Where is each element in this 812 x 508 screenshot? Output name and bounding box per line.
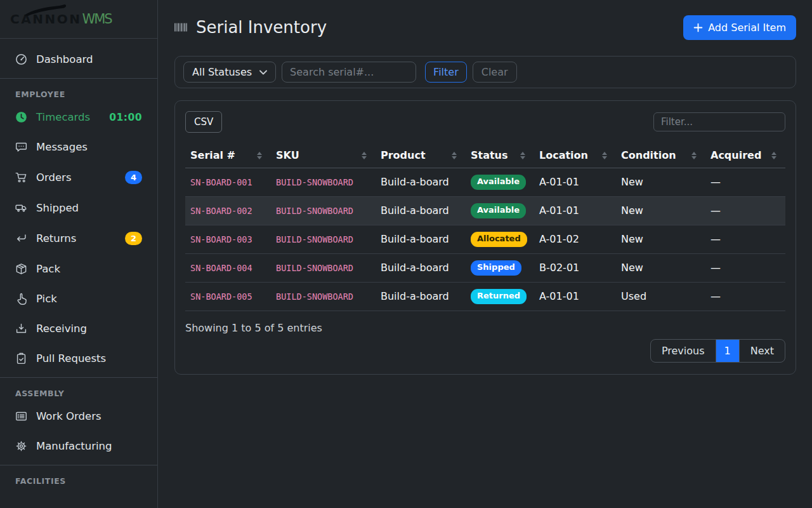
sort-icon[interactable] [362,152,367,159]
status-badge: Available [471,175,526,190]
cannon-icon [23,4,72,16]
cell-status: Available [466,168,534,197]
sidebar-item-pack[interactable]: Pack [0,254,157,284]
sidebar-item-manufacturing[interactable]: Manufacturing [0,431,157,461]
filter-bar: All Statuses Filter Clear [174,56,796,88]
pagination: Previous 1 Next [650,339,785,363]
sidebar-nav: Dashboard EMPLOYEE Timecards 01:00 [0,39,157,489]
sidebar-item-shipped[interactable]: Shipped [0,193,157,223]
add-serial-item-label: Add Serial Item [708,22,786,34]
cell-acquired: — [705,196,785,225]
cell-location: A-01-01 [534,196,616,225]
cell-serial: SN-BOARD-001 [185,168,271,197]
cell-condition: New [616,168,705,197]
sidebar-item-messages[interactable]: Messages [0,132,157,162]
sidebar-item-timecards[interactable]: Timecards 01:00 [0,102,157,132]
cell-serial: SN-BOARD-002 [185,196,271,225]
column-header-condition[interactable]: Condition [616,145,705,168]
sort-icon[interactable] [771,152,776,159]
truck-icon [15,202,27,214]
sidebar-item-orders[interactable]: Orders 4 [0,162,157,193]
sidebar-item-dashboard[interactable]: Dashboard [0,44,157,74]
column-header-serial[interactable]: Serial # [185,145,271,168]
page-title: Serial Inventory [174,18,327,37]
sidebar-item-label: Returns [36,232,76,244]
table-row[interactable]: SN-BOARD-003 BUILD-SNOWBOARD Build-a-boa… [185,225,785,253]
sidebar-item-label: Pack [36,263,60,275]
column-header-status[interactable]: Status [466,145,534,168]
sort-icon[interactable] [520,152,525,159]
clear-button[interactable]: Clear [473,62,517,83]
cell-product: Build-a-board [376,196,466,225]
cell-location: A-01-02 [534,225,616,253]
cell-serial: SN-BOARD-003 [185,225,271,253]
status-select[interactable]: All Statuses [183,62,276,83]
sort-icon[interactable] [691,152,697,159]
sidebar-item-label: Orders [36,171,72,184]
page-1-button[interactable]: 1 [716,340,739,362]
sort-icon[interactable] [602,152,607,159]
table-toolbar: CSV [185,111,785,133]
add-serial-item-button[interactable]: Add Serial Item [683,15,796,40]
cell-status: Shipped [466,253,534,282]
sidebar-item-pick[interactable]: Pick [0,284,157,314]
filter-button[interactable]: Filter [425,62,467,83]
sidebar-item-work-orders[interactable]: Work Orders [0,401,157,431]
chat-icon [15,141,27,153]
chevron-down-icon [259,70,267,75]
sort-icon[interactable] [452,152,457,159]
sidebar-item-receiving[interactable]: Receiving [0,314,157,344]
sidebar: CANNON WMS Dashboard EMPLOYEE Timecards [0,0,158,508]
section-facilities: FACILITIES [0,469,157,489]
column-header-location[interactable]: Location [534,145,616,168]
cell-location: A-01-01 [534,168,616,197]
cell-sku: BUILD-SNOWBOARD [271,253,376,282]
column-header-acquired[interactable]: Acquired [705,145,785,168]
sidebar-item-returns[interactable]: Returns 2 [0,223,157,254]
serial-inventory-table: Serial # SKU Product Status Location Con… [185,145,785,311]
plus-icon [693,23,703,32]
status-select-value: All Statuses [192,66,252,78]
next-page-button[interactable]: Next [739,340,785,362]
table-row[interactable]: SN-BOARD-002 BUILD-SNOWBOARD Build-a-boa… [185,196,785,225]
csv-export-button[interactable]: CSV [185,111,222,133]
card-list-icon [15,410,27,422]
sidebar-item-pull-requests[interactable]: Pull Requests [0,344,157,373]
brand-wms: WMS [82,11,111,27]
section-assembly: ASSEMBLY [0,382,157,401]
cell-status: Returned [466,282,534,311]
cell-condition: Used [616,282,705,311]
page-title-text: Serial Inventory [196,18,327,37]
gear-icon [15,440,27,452]
table-filter-input[interactable] [653,112,785,131]
cell-condition: New [616,225,705,253]
table-row[interactable]: SN-BOARD-001 BUILD-SNOWBOARD Build-a-boa… [185,168,785,197]
sidebar-item-label: Work Orders [36,410,102,422]
column-header-sku[interactable]: SKU [271,145,376,168]
sidebar-item-label: Dashboard [36,53,93,65]
cell-product: Build-a-board [376,168,466,197]
column-header-product[interactable]: Product [376,145,466,168]
cell-location: B-02-01 [534,253,616,282]
cell-sku: BUILD-SNOWBOARD [271,225,376,253]
barcode-icon [174,22,188,32]
sidebar-item-label: Manufacturing [36,440,112,452]
sort-icon[interactable] [257,152,262,159]
cell-product: Build-a-board [376,225,466,253]
table-row[interactable]: SN-BOARD-004 BUILD-SNOWBOARD Build-a-boa… [185,253,785,282]
cell-condition: New [616,196,705,225]
previous-page-button[interactable]: Previous [651,340,716,362]
table-body: SN-BOARD-001 BUILD-SNOWBOARD Build-a-boa… [185,168,785,311]
brand-logo[interactable]: CANNON WMS [0,0,157,39]
serial-search-input[interactable] [282,62,416,83]
status-badge: Allocated [471,232,527,247]
cell-serial: SN-BOARD-004 [185,253,271,282]
sidebar-divider [0,465,157,465]
table-row[interactable]: SN-BOARD-005 BUILD-SNOWBOARD Build-a-boa… [185,282,785,311]
return-arrow-icon [15,232,27,244]
returns-count-badge: 2 [125,232,142,245]
sidebar-item-label: Receiving [36,323,87,335]
cell-sku: BUILD-SNOWBOARD [271,168,376,197]
main-content: Serial Inventory Add Serial Item All Sta… [158,0,812,375]
hand-index-icon [15,293,27,305]
